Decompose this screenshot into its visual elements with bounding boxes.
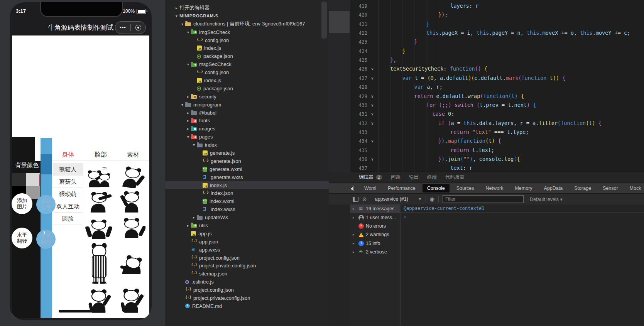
code-line-435[interactable]: 435return t.text; bbox=[329, 146, 644, 155]
chevron-down-icon[interactable]: ▾ bbox=[185, 135, 191, 139]
code-line-421[interactable]: 421} bbox=[329, 20, 644, 29]
tree-row-app.js[interactable]: app.js bbox=[165, 230, 329, 238]
chevron-right-icon[interactable]: ▸ bbox=[185, 95, 191, 99]
fold-arrow-icon[interactable]: ∨ bbox=[369, 110, 376, 118]
fold-arrow-icon[interactable]: ∨ bbox=[369, 155, 376, 164]
chevron-down-icon[interactable]: ▾ bbox=[191, 143, 197, 147]
code-line-432[interactable]: 432∨if (a = this.data.layers, r = a.filt… bbox=[329, 119, 644, 128]
tree-row-project.private.config.json[interactable]: project.private.config.json bbox=[165, 294, 329, 302]
tree-row-sitemap.json[interactable]: sitemap.json bbox=[165, 270, 329, 278]
tree-row-app.json[interactable]: app.json bbox=[165, 238, 329, 246]
code-line-427[interactable]: 427∨var t = (0, a.default)(e.default.mar… bbox=[329, 74, 644, 83]
tree-row-index.js[interactable]: index.js bbox=[165, 76, 329, 84]
tool-button-水平翻转[interactable]: 水平翻转 bbox=[12, 228, 32, 248]
fold-arrow-icon[interactable]: ∨ bbox=[369, 64, 376, 73]
capsule-menu[interactable]: ••• bbox=[115, 21, 146, 34]
tree-row-package.json[interactable]: package.json bbox=[165, 84, 329, 93]
code-line-436[interactable]: 436∨}).join(""), console.log({ bbox=[329, 155, 644, 164]
chevron-right-icon[interactable]: ▸ bbox=[185, 127, 191, 131]
tree-row-.eslintrc.js[interactable]: .eslintrc.js bbox=[165, 278, 329, 286]
code-line-437[interactable]: 437text: r bbox=[329, 164, 644, 172]
tree-row-generate.wxss[interactable]: generate.wxss bbox=[165, 173, 329, 181]
code-line-425[interactable]: 425}, bbox=[329, 56, 644, 64]
tool-button-垂直翻转[interactable]: 垂直翻转 bbox=[36, 230, 56, 249]
panel-handle-bar[interactable] bbox=[41, 138, 52, 318]
chevron-right-icon[interactable]: ▸ bbox=[185, 111, 191, 115]
devtools-tab-sensor[interactable]: Sensor bbox=[598, 184, 623, 193]
tree-row-pages[interactable]: ▾pages bbox=[165, 133, 329, 141]
tree-row-project.config.json[interactable]: project.config.json bbox=[165, 286, 329, 294]
code-line-433[interactable]: 433return "text" === t.type; bbox=[329, 128, 644, 137]
panel-tab-0[interactable]: 调试器2 bbox=[359, 172, 382, 183]
tree-row-generate.wxml[interactable]: generate.wxml bbox=[165, 165, 329, 173]
sticker-tab-1[interactable]: 脸部 bbox=[85, 150, 117, 160]
panda-sticker-lean[interactable] bbox=[118, 166, 145, 188]
devtools-tab-network[interactable]: Network bbox=[481, 184, 508, 193]
tree-row-index[interactable]: ▾index bbox=[165, 141, 329, 149]
console-filter-info[interactable]: ▸15 info bbox=[350, 239, 400, 248]
devtools-tab-memory[interactable]: Memory bbox=[510, 184, 537, 193]
fold-arrow-icon[interactable]: ∨ bbox=[369, 119, 376, 128]
chevron-down-icon[interactable]: ▾ bbox=[185, 62, 191, 66]
code-line-422[interactable]: 422this.pageX = i, this.pageY = n, this.… bbox=[329, 29, 644, 37]
tree-row-package.json[interactable]: package.json bbox=[165, 52, 329, 60]
color-swatch-1[interactable] bbox=[26, 173, 40, 186]
panda-sticker-raise[interactable] bbox=[118, 190, 145, 213]
panel-tab-4[interactable]: 代码质量 bbox=[445, 172, 465, 182]
devtools-tab-appdata[interactable]: AppData bbox=[539, 184, 568, 193]
tree-row-miniprogram[interactable]: ▾miniprogram bbox=[165, 101, 329, 109]
code-line-428[interactable]: 428var a, r; bbox=[329, 83, 644, 91]
devtools-tab-performance[interactable]: Performance bbox=[383, 184, 420, 193]
execution-context-select[interactable]: appservice (#1) ▼ bbox=[375, 196, 422, 202]
tree-row-@babel[interactable]: ▸@babel bbox=[165, 109, 329, 117]
panda-sticker-point[interactable] bbox=[85, 191, 113, 213]
console-filter-warn[interactable]: ▸2 warnings bbox=[350, 230, 400, 239]
fold-arrow-icon[interactable]: ∨ bbox=[369, 74, 376, 83]
sidebar-toggle-icon[interactable] bbox=[353, 197, 358, 202]
code-line-423[interactable]: 423} bbox=[329, 37, 644, 46]
tree-row-MINIPROGRAM-5[interactable]: ▾MINIPROGRAM-5 bbox=[165, 12, 329, 20]
fold-arrow-icon[interactable]: ∨ bbox=[369, 92, 376, 101]
color-swatch-0[interactable] bbox=[12, 173, 26, 186]
chevron-right-icon[interactable]: ▸ bbox=[353, 242, 357, 245]
code-line-419[interactable]: 419layers: r bbox=[329, 2, 644, 10]
eye-icon[interactable]: ◉ bbox=[430, 196, 434, 202]
panda-sticker-hug[interactable] bbox=[85, 167, 113, 188]
tree-row-msgSecCheck[interactable]: ▾msgSecCheck bbox=[165, 60, 329, 68]
sticker-tab-0[interactable]: 身体 bbox=[52, 150, 85, 160]
panda-sticker-reach[interactable] bbox=[118, 217, 145, 238]
tree-row-imgSecCheck[interactable]: ▾imgSecCheck bbox=[165, 28, 329, 36]
tree-row-generate.json[interactable]: generate.json bbox=[165, 157, 329, 165]
sticker-tab-2[interactable]: 素材 bbox=[117, 150, 149, 160]
tree-row-README.md[interactable]: README.md bbox=[165, 302, 329, 310]
console-filter-user[interactable]: ▸1 user mess... bbox=[350, 213, 400, 221]
chevron-down-icon[interactable]: ▾ bbox=[174, 14, 179, 18]
tree-row-index.js[interactable]: index.js bbox=[165, 44, 329, 52]
chevron-down-icon[interactable]: ▾ bbox=[179, 103, 185, 107]
chevron-down-icon[interactable]: ▾ bbox=[185, 30, 191, 34]
panda-sticker-arms-up[interactable] bbox=[85, 218, 113, 239]
log-levels-select[interactable]: Default levels ▾ bbox=[530, 196, 563, 202]
panda-sticker-pajama-stripes[interactable] bbox=[86, 241, 113, 285]
panda-sticker-bend[interactable] bbox=[118, 250, 145, 275]
chevron-right-icon[interactable]: ▸ bbox=[185, 223, 191, 228]
devtools-tab-console[interactable]: Console bbox=[423, 184, 450, 193]
code-editor[interactable]: 419layers: r420});421}422this.pageX = i,… bbox=[329, 0, 644, 172]
chevron-right-icon[interactable]: ▸ bbox=[353, 233, 357, 236]
tree-row-project.private.config.json[interactable]: project.private.config.json bbox=[165, 262, 329, 270]
clear-console-icon[interactable]: ⊘ bbox=[362, 196, 367, 202]
code-line-424[interactable]: 424} bbox=[329, 47, 644, 56]
console-filter-input[interactable] bbox=[443, 195, 524, 203]
tool-button-添加图片[interactable]: 添加图片 bbox=[12, 193, 32, 214]
console-filter-list[interactable]: ▸19 messages bbox=[350, 204, 400, 213]
sticker-category-3[interactable]: 双人互动 bbox=[53, 200, 83, 213]
tree-row-images[interactable]: ▸images bbox=[165, 125, 329, 133]
tree-row-utils[interactable]: ▸utils bbox=[165, 221, 329, 230]
chevron-right-icon[interactable]: ▸ bbox=[353, 216, 357, 220]
chevron-right-icon[interactable]: › bbox=[43, 227, 45, 236]
chevron-right-icon[interactable]: ▸ bbox=[174, 6, 179, 10]
tree-row-config.json[interactable]: config.json bbox=[165, 36, 329, 44]
tree-row-project.config.json[interactable]: project.config.json bbox=[165, 254, 329, 262]
devtools-tab-mock[interactable]: Mock bbox=[625, 184, 644, 193]
file-tree-scrollbar[interactable] bbox=[321, 2, 327, 39]
